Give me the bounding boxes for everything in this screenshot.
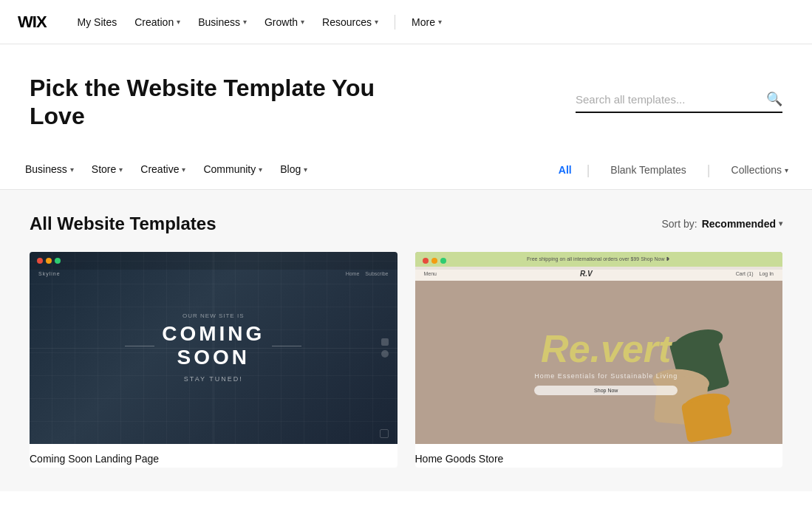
cat-store[interactable]: Store ▾ — [84, 151, 130, 189]
dot-green-2 — [440, 258, 446, 264]
sort-by-label: Sort by: — [661, 218, 697, 230]
cat-sep-2: | — [707, 163, 711, 178]
cat-sep-1: | — [587, 163, 590, 178]
nav-divider — [395, 15, 395, 30]
creation-chevron-icon: ▾ — [177, 18, 180, 26]
cat-all-button[interactable]: All — [559, 164, 572, 176]
template-card-coming-soon[interactable]: Skyline Home Subscribe OUR NEW SITE IS C… — [30, 252, 398, 468]
template-grid: Skyline Home Subscribe OUR NEW SITE IS C… — [30, 252, 782, 468]
nav-business[interactable]: Business ▾ — [191, 12, 254, 33]
dot-green — [55, 258, 61, 264]
window-dots-2 — [415, 252, 783, 270]
coming-soon-our-text: OUR NEW SITE IS — [182, 312, 244, 319]
search-icon[interactable]: 🔍 — [766, 91, 782, 107]
more-chevron-icon: ▾ — [438, 18, 442, 26]
cat-blog[interactable]: Blog ▾ — [273, 151, 315, 189]
business-chevron-icon: ▾ — [243, 18, 247, 26]
template-name-home-goods: Home Goods Store — [415, 444, 783, 468]
coming-soon-preview: Skyline Home Subscribe OUR NEW SITE IS C… — [30, 252, 398, 444]
business-cat-chevron-icon: ▾ — [70, 165, 74, 174]
dot-red-2 — [423, 258, 429, 264]
content-header: All Website Templates Sort by: Recommend… — [30, 213, 782, 234]
revert-tagline: Home Essentials for Sustainable Living — [534, 372, 678, 380]
cat-collections[interactable]: Collections ▾ — [726, 161, 794, 179]
nav-resources[interactable]: Resources ▾ — [315, 12, 386, 33]
template-thumb-coming-soon: Skyline Home Subscribe OUR NEW SITE IS C… — [30, 252, 398, 444]
search-bar[interactable]: 🔍 — [576, 91, 782, 113]
revert-preview: Free shipping on all international order… — [415, 252, 783, 444]
cat-community[interactable]: Community ▾ — [196, 151, 270, 189]
dot-yellow — [46, 258, 52, 264]
nav-my-sites[interactable]: My Sites — [70, 12, 125, 33]
nav-more[interactable]: More ▾ — [404, 12, 449, 33]
sort-by-control[interactable]: Sort by: Recommended ▾ — [661, 218, 782, 230]
blog-cat-chevron-icon: ▾ — [304, 165, 307, 174]
template-card-home-goods[interactable]: Free shipping on all international order… — [415, 252, 783, 468]
search-input[interactable] — [576, 93, 766, 106]
section-title: All Website Templates — [30, 213, 216, 234]
cat-blank-templates[interactable]: Blank Templates — [604, 161, 692, 179]
resources-chevron-icon: ▾ — [375, 18, 378, 26]
community-cat-chevron-icon: ▾ — [259, 165, 262, 174]
coming-soon-subheading: STAY TUNED! — [184, 375, 243, 383]
category-nav: Business ▾ Store ▾ Creative ▾ Community … — [0, 151, 812, 190]
revert-shop-button: Shop Now — [534, 386, 678, 395]
hero-section: Pick the Website Template You Love 🔍 — [0, 44, 812, 151]
svg-rect-5 — [681, 396, 733, 442]
store-cat-chevron-icon: ▾ — [119, 165, 123, 174]
sort-by-value[interactable]: Recommended ▾ — [702, 218, 782, 230]
collections-chevron-icon: ▾ — [785, 166, 788, 174]
nav-links: My Sites Creation ▾ Business ▾ Growth ▾ … — [70, 12, 794, 33]
cat-creative[interactable]: Creative ▾ — [133, 151, 193, 189]
dot-red — [37, 258, 43, 264]
nav-growth[interactable]: Growth ▾ — [257, 12, 312, 33]
category-nav-right: All | Blank Templates | Collections ▾ — [559, 161, 794, 179]
content-area: All Website Templates Sort by: Recommend… — [0, 190, 812, 491]
growth-chevron-icon: ▾ — [301, 18, 304, 26]
revert-brand-name: Re.vert — [534, 329, 678, 368]
creative-cat-chevron-icon: ▾ — [182, 165, 185, 174]
template-name-coming-soon: Coming Soon Landing Page — [30, 444, 398, 468]
coming-soon-heading: COMINGSOON — [162, 322, 265, 369]
template-thumb-home-goods: Free shipping on all international order… — [415, 252, 783, 444]
sort-chevron-icon: ▾ — [779, 219, 782, 228]
cat-business[interactable]: Business ▾ — [18, 151, 81, 189]
main-nav: WIX My Sites Creation ▾ Business ▾ Growt… — [0, 0, 812, 44]
category-nav-left: Business ▾ Store ▾ Creative ▾ Community … — [18, 151, 315, 189]
revert-content-area: Re.vert Home Essentials for Sustainable … — [415, 281, 783, 444]
hero-title: Pick the Website Template You Love — [30, 74, 399, 131]
dot-yellow-2 — [431, 258, 437, 264]
nav-creation[interactable]: Creation ▾ — [127, 12, 188, 33]
wix-logo: WIX — [18, 13, 47, 32]
